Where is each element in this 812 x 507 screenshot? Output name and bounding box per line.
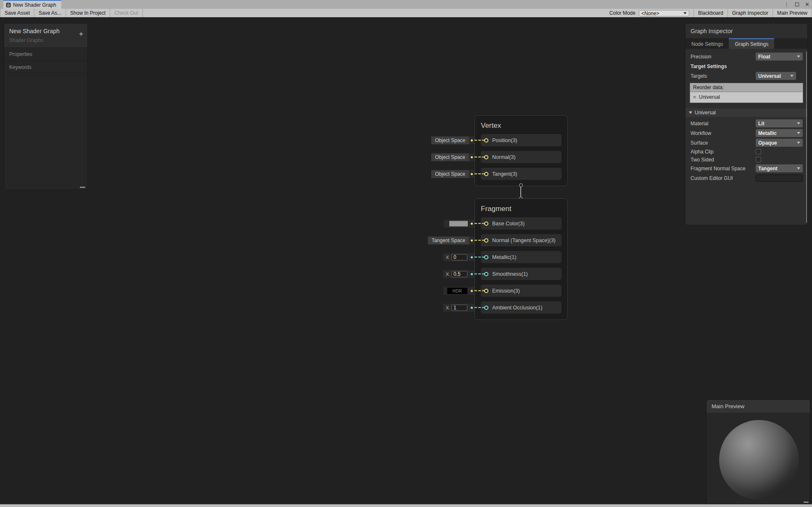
- x-component-label: X: [446, 305, 449, 310]
- main-preview-toggle-button[interactable]: Main Preview: [773, 9, 812, 17]
- blackboard-header[interactable]: New Shader Graph Shader Graphs +: [4, 24, 87, 48]
- fragment-slot-ambient-occlusion[interactable]: Ambient Occlusion(1) X: [481, 301, 562, 314]
- normal-port-icon[interactable]: [484, 155, 488, 159]
- custom-editor-gui-row: Custom Editor GUI: [685, 173, 807, 183]
- chevron-down-icon: [797, 55, 800, 58]
- foldout-triangle-icon: [689, 111, 692, 114]
- tangent-port-icon[interactable]: [484, 172, 488, 176]
- fragment-slot-base-color[interactable]: Base Color(3): [481, 217, 562, 230]
- color-mode-label: Color Mode: [606, 9, 639, 17]
- tab-node-settings[interactable]: Node Settings: [685, 38, 729, 49]
- vertex-slot-position[interactable]: Position(3) Object Space: [481, 134, 562, 146]
- emission-swatch-box: HDR: [443, 287, 469, 295]
- target-settings-label: Target Settings: [691, 63, 727, 69]
- add-property-button[interactable]: +: [79, 30, 83, 37]
- workflow-dropdown[interactable]: Metallic: [756, 129, 803, 137]
- graph-inspector-toggle-button[interactable]: Graph Inspector: [728, 9, 773, 17]
- tab-graph-settings[interactable]: Graph Settings: [729, 38, 774, 49]
- inspector-scrollbar[interactable]: [806, 51, 807, 223]
- blackboard-panel[interactable]: New Shader Graph Shader Graphs + Propert…: [4, 23, 88, 190]
- blackboard-section-properties[interactable]: Properties: [4, 48, 87, 61]
- base-color-port-icon[interactable]: [484, 222, 488, 226]
- fragment-slot-emission[interactable]: Emission(3) HDR: [481, 285, 562, 297]
- save-as-button[interactable]: Save As...: [34, 9, 66, 17]
- color-swatch[interactable]: [449, 221, 468, 226]
- hdr-color-swatch[interactable]: HDR: [447, 288, 467, 294]
- precision-dropdown[interactable]: Float: [756, 53, 803, 61]
- connector-dot-box: [469, 170, 475, 178]
- toolbar-spacer: [143, 9, 606, 17]
- reorder-item-universal[interactable]: = Universal: [690, 92, 803, 103]
- normal-space-dropdown[interactable]: Object Space: [431, 153, 469, 161]
- fragment-node[interactable]: Fragment Base Color(3) Normal (Tangent S…: [475, 198, 568, 320]
- alpha-clip-checkbox[interactable]: [756, 149, 761, 154]
- vertex-node[interactable]: Vertex Position(3) Object Space Normal(3…: [475, 115, 568, 186]
- fragment-normal-space-value: Tangent: [758, 166, 778, 172]
- surface-dropdown[interactable]: Opaque: [756, 139, 803, 147]
- fragment-normal-space-dropdown[interactable]: Tangent: [756, 164, 803, 172]
- position-space-dropdown[interactable]: Object Space: [431, 136, 469, 144]
- save-asset-button[interactable]: Save Asset: [0, 9, 34, 17]
- ambient-occlusion-port-icon[interactable]: [484, 306, 488, 310]
- main-preview-panel[interactable]: Main Preview: [706, 399, 810, 504]
- window-menu-icon[interactable]: ⋮: [784, 2, 789, 7]
- fragment-slot-metallic[interactable]: Metallic(1) X: [481, 251, 562, 263]
- main-preview-title: Main Preview: [712, 403, 744, 409]
- custom-editor-gui-field[interactable]: [756, 174, 803, 182]
- chevron-down-icon: [797, 167, 800, 169]
- show-in-project-button[interactable]: Show In Project: [66, 9, 110, 17]
- slot-label: Smoothness(1): [492, 271, 528, 277]
- tangent-space-dropdown[interactable]: Object Space: [431, 170, 469, 178]
- main-preview-header[interactable]: Main Preview: [707, 400, 810, 413]
- graph-inspector-panel[interactable]: Graph Inspector Node Settings Graph Sett…: [685, 23, 808, 225]
- two-sided-label: Two Sided: [691, 157, 714, 163]
- blackboard-title: New Shader Graph: [9, 28, 82, 34]
- check-out-button: Check Out: [110, 9, 143, 17]
- fragment-slot-smoothness[interactable]: Smoothness(1) X: [481, 268, 562, 280]
- material-label: Material: [691, 121, 709, 127]
- connector-dot-icon: [471, 256, 473, 258]
- preview-sphere[interactable]: [719, 420, 799, 500]
- emission-port-icon[interactable]: [484, 289, 488, 293]
- material-row: Material Lit: [685, 119, 807, 128]
- vertex-fragment-edge[interactable]: [518, 183, 523, 201]
- precision-value: Float: [758, 54, 770, 60]
- ao-value-field[interactable]: [451, 304, 467, 311]
- connector-dot-box: [469, 253, 475, 261]
- slot-label: Tangent(3): [492, 171, 517, 177]
- target-settings-heading-row: Target Settings: [685, 61, 807, 71]
- metallic-port-icon[interactable]: [484, 255, 488, 259]
- smoothness-value-field[interactable]: [451, 271, 467, 277]
- fragment-slot-normal[interactable]: Normal (Tangent Space)(3) Tangent Space: [481, 234, 562, 246]
- vertex-slot-tangent[interactable]: Tangent(3) Object Space: [481, 168, 562, 180]
- connector-dot-box: [469, 219, 475, 227]
- blackboard-resize-handle[interactable]: [80, 187, 85, 188]
- chevron-down-icon: [790, 75, 794, 77]
- slot-label: Normal (Tangent Space)(3): [492, 238, 556, 243]
- tab-new-shader-graph[interactable]: New Shader Graph: [3, 0, 61, 9]
- two-sided-row: Two Sided: [685, 156, 807, 164]
- close-icon[interactable]: ✕: [805, 2, 809, 7]
- graph-canvas[interactable]: New Shader Graph Shader Graphs + Propert…: [0, 18, 812, 504]
- slot-label: Base Color(3): [492, 221, 525, 227]
- preview-resize-handle[interactable]: [804, 502, 809, 503]
- slot-label: Ambient Occlusion(1): [492, 305, 543, 311]
- metallic-value-field[interactable]: [451, 254, 467, 260]
- material-dropdown[interactable]: Lit: [756, 119, 803, 127]
- vertex-slot-normal[interactable]: Normal(3) Object Space: [481, 151, 562, 163]
- blackboard-section-keywords[interactable]: Keywords: [4, 61, 87, 74]
- blackboard-toggle-button[interactable]: Blackboard: [693, 9, 728, 17]
- normal-ts-space-dropdown[interactable]: Tangent Space: [428, 236, 469, 244]
- normal-ts-port-icon[interactable]: [484, 238, 488, 243]
- drag-handle-icon[interactable]: =: [693, 95, 696, 100]
- universal-foldout-header[interactable]: Universal: [685, 108, 807, 117]
- targets-dropdown[interactable]: Universal: [756, 72, 796, 80]
- maximize-icon[interactable]: [795, 3, 799, 6]
- shader-graph-asset-icon: [6, 3, 11, 8]
- connector-dash-icon: [475, 257, 485, 258]
- position-port-icon[interactable]: [484, 138, 488, 143]
- smoothness-port-icon[interactable]: [484, 272, 488, 276]
- two-sided-checkbox[interactable]: [756, 157, 761, 162]
- titlebar: New Shader Graph ⋮ ✕: [0, 0, 812, 9]
- color-mode-dropdown[interactable]: <None>: [639, 10, 689, 16]
